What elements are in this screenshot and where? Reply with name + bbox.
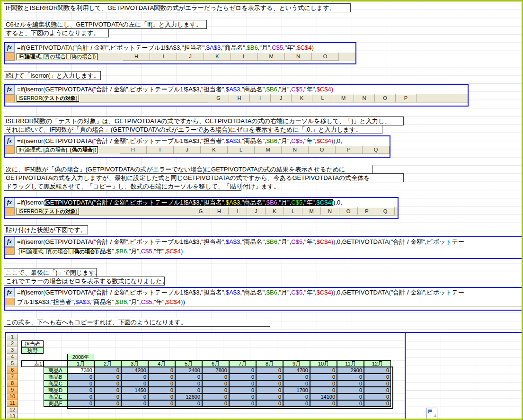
cell-empty[interactable] [337,334,364,340]
cell-value[interactable]: 0 [175,400,202,407]
cell-value[interactable]: 0 [310,387,337,393]
column-header-O[interactable]: O [309,146,336,154]
cell-empty[interactable] [18,374,21,380]
cell-value[interactable]: 14100 [310,393,337,400]
column-header-P[interactable]: P [396,94,417,102]
cell-value[interactable]: 0 [202,374,229,380]
formula-input[interactable]: =if(iserror(GETPIVOTDATA("合計 / 金額",ピボットテ… [15,288,464,297]
cell-empty[interactable] [391,387,405,393]
cell-value[interactable]: 0 [148,387,175,393]
cell-value[interactable]: 0 [229,393,256,400]
cell-empty[interactable] [391,360,405,367]
cell-product[interactable]: 商品C [44,380,67,387]
cell-value[interactable]: 0 [337,400,364,407]
cell-empty[interactable] [121,334,148,340]
column-header-H[interactable]: H [210,207,229,215]
cell-empty[interactable] [148,334,175,340]
name-box-cell[interactable] [5,247,15,255]
cell-empty[interactable] [148,347,175,354]
cell-value[interactable]: 0 [94,393,121,400]
cell-month[interactable]: 6月 [202,360,229,367]
cell-empty[interactable] [21,367,44,374]
formula-input[interactable]: =if(iserror(GETPIVOTDATA("合計 / 金額",ピボットテ… [15,136,342,146]
cell-empty[interactable] [229,354,256,360]
cell-empty[interactable] [148,413,175,420]
cell-empty[interactable] [21,334,44,340]
cell-empty[interactable] [337,413,364,420]
cell-empty[interactable] [364,340,391,347]
cell-value[interactable]: 4200 [121,367,148,374]
column-header-O[interactable]: O [312,53,339,61]
cell-value[interactable]: 0 [94,400,121,407]
cell-value[interactable]: 0 [175,380,202,387]
column-header-N[interactable]: N [354,94,375,102]
cell-value[interactable]: 0 [229,400,256,407]
cell-value[interactable]: 0 [337,380,364,387]
cell-empty[interactable] [148,354,175,360]
cell-product[interactable]: 商品E [44,393,67,400]
cell-value[interactable]: 7300 [67,367,94,374]
cell-value[interactable]: 0 [256,374,283,380]
cell-value[interactable]: 0 [94,380,121,387]
cell-empty[interactable] [202,413,229,420]
cell-value[interactable]: 0 [202,387,229,393]
row-header-1[interactable]: 1 [7,334,18,340]
cell-sheet-label[interactable]: 表1 [21,360,44,367]
cell-value[interactable]: 0 [364,387,391,393]
cell-empty[interactable] [202,340,229,347]
row-header-7[interactable]: 7 [7,374,18,380]
column-header-N[interactable]: N [285,53,312,61]
row-header-4[interactable]: 4 [7,354,18,360]
column-header-M[interactable]: M [258,53,285,61]
cell-empty[interactable] [121,347,148,354]
cell-value[interactable]: 0 [256,387,283,393]
cell-empty[interactable] [148,407,175,413]
column-header-M[interactable]: M [255,146,282,154]
column-header-J[interactable]: J [247,207,266,215]
cell-value[interactable]: 0 [337,387,364,393]
fx-button[interactable]: fx [5,198,15,207]
cell-month[interactable]: 12月 [364,360,391,367]
cell-empty[interactable] [391,407,405,413]
cell-empty[interactable] [67,340,94,347]
cell-empty[interactable] [18,360,21,367]
cell-value[interactable]: 0 [148,367,175,374]
row-header-9[interactable]: 9 [7,387,18,393]
row-header-6[interactable]: 6 [7,367,18,374]
cell-value[interactable]: 0 [121,393,148,400]
cell-empty[interactable] [310,334,337,340]
cell-empty[interactable] [310,354,337,360]
column-header-O[interactable]: O [375,94,396,102]
cell-product[interactable]: 商品A [44,367,67,374]
cell-value[interactable]: 0 [148,393,175,400]
column-header-P[interactable]: P [358,207,376,215]
fx-button[interactable]: fx [5,43,15,53]
cell-value[interactable]: 1700 [283,387,310,393]
cell-empty[interactable] [67,413,94,420]
cell-value[interactable]: 0 [310,400,337,407]
cell-value[interactable]: 2900 [337,367,364,374]
row-header-8[interactable]: 8 [7,380,18,387]
cell-empty[interactable] [94,334,121,340]
cell-empty[interactable] [391,334,405,340]
name-box-cell[interactable] [5,146,15,154]
name-box-cell[interactable] [5,94,15,102]
column-header-I[interactable]: I [150,53,177,61]
cell-empty[interactable] [18,413,21,420]
row-header-11[interactable]: 11 [7,400,18,407]
cell-value[interactable]: 1450 [121,387,148,393]
cell-value[interactable]: 0 [202,380,229,387]
cell-empty[interactable] [391,380,405,387]
cell-value[interactable]: 0 [121,400,148,407]
cell-value[interactable]: 0 [256,393,283,400]
cell-empty[interactable] [364,334,391,340]
column-header-L[interactable]: L [312,94,333,102]
fx-button[interactable]: fx [5,288,15,297]
cell-empty[interactable] [94,407,121,413]
cell-empty[interactable] [337,407,364,413]
cell-empty[interactable] [175,347,202,354]
column-header-L[interactable]: L [284,207,302,215]
column-header-O[interactable]: O [339,207,358,215]
cell-empty[interactable] [18,380,21,387]
cell-tantousha-label[interactable]: 担当者 [21,340,44,347]
